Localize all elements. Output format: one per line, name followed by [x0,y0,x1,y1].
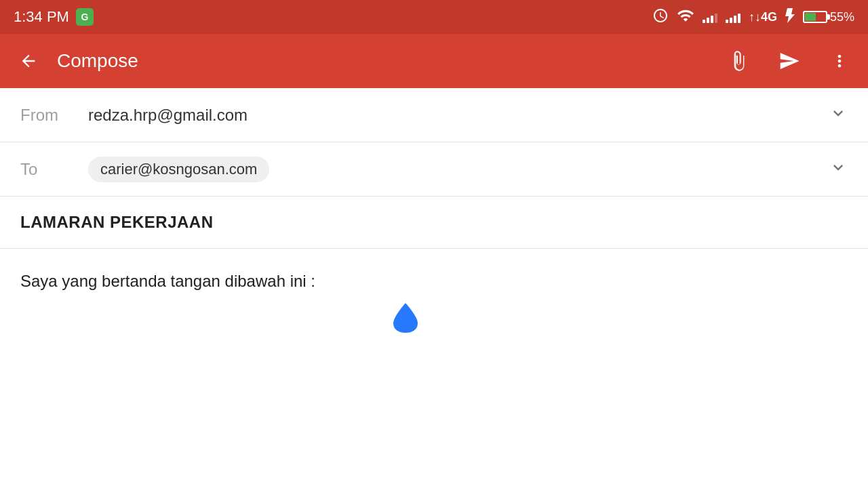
network-type-label: ↑↓4G [749,10,777,24]
subject-row[interactable]: LAMARAN PEKERJAAN [0,197,868,249]
back-button[interactable] [14,46,43,76]
to-chevron-icon[interactable] [829,158,848,181]
alarm-icon [652,7,669,27]
status-time: 1:34 PM [14,8,69,26]
from-row: From redza.hrp@gmail.com [0,88,868,142]
toolbar-actions [724,46,854,76]
app-notification-icon: G [76,8,94,26]
status-bar-left: 1:34 PM G [14,8,94,26]
signal-bars-1 [703,11,717,23]
touch-cursor [393,303,418,333]
recipient-chip[interactable]: carier@kosngosan.com [88,157,269,182]
attach-button[interactable] [724,46,754,76]
from-label: From [20,106,88,125]
battery-indicator: 55% [803,10,854,24]
send-button[interactable] [774,46,804,76]
toolbar-title: Compose [57,50,711,72]
battery-percent: 55% [830,10,854,24]
to-row: To carier@kosngosan.com [0,142,868,197]
signal-bars-2 [726,11,741,23]
to-label: To [20,160,88,179]
subject-text: LAMARAN PEKERJAAN [20,213,214,231]
toolbar: Compose [0,34,868,88]
more-options-button[interactable] [825,46,854,76]
charging-icon [785,8,795,26]
status-bar-right: ↑↓4G 55% [652,7,854,28]
battery-fill [805,13,816,21]
body-text: Saya yang bertanda tangan dibawah ini : [20,269,848,293]
email-compose-form: From redza.hrp@gmail.com To carier@kosng… [0,88,868,314]
status-bar: 1:34 PM G ↑↓4G [0,0,868,34]
wifi-icon [677,7,694,28]
battery-icon [803,11,827,23]
body-row[interactable]: Saya yang bertanda tangan dibawah ini : [0,249,868,314]
recipient-email: carier@kosngosan.com [100,161,257,178]
from-chevron-icon[interactable] [829,104,848,127]
from-value: redza.hrp@gmail.com [88,106,848,125]
